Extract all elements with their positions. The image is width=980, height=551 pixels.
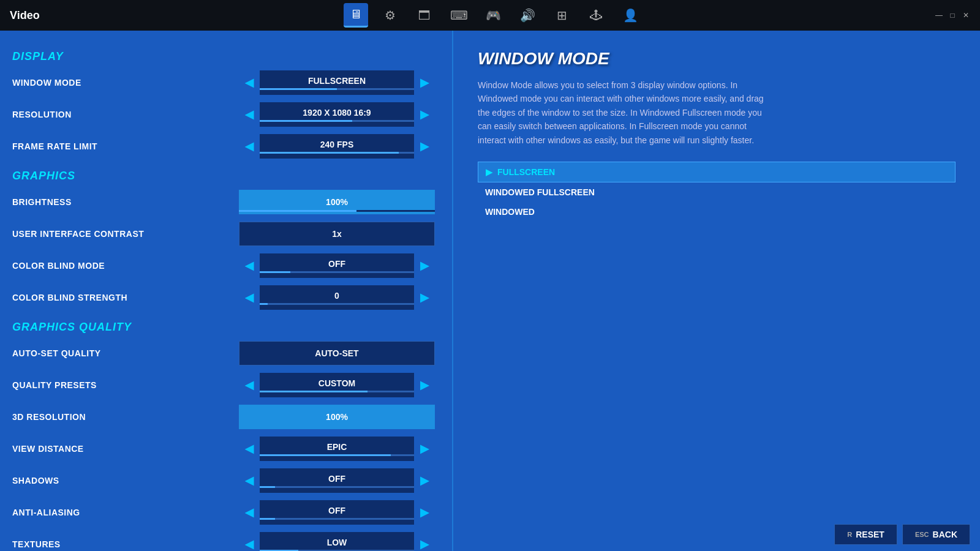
option-windowed-fullscreen-label: WINDOWED FULLSCREEN [485,187,595,197]
brightness-row: BRIGHTNESS 100% [12,189,440,216]
shadows-value: OFF [260,468,414,493]
window-mode-row: WINDOW MODE ◀ FULLSCREEN ▶ [12,69,440,96]
option-windowed-fullscreen[interactable]: WINDOWED FULLSCREEN [478,182,956,202]
anti-aliasing-row: ANTI-ALIASING ◀ OFF ▶ [12,499,440,526]
back-key: ESC [915,531,929,538]
resolution-value: 1920 X 1080 16:9 [260,102,414,127]
option-fullscreen-arrow: ▶ [486,167,492,177]
reset-button[interactable]: R RESET [834,524,897,545]
option-windowed[interactable]: WINDOWED [478,202,956,222]
resolution-arrows: ◀ 1920 X 1080 16:9 ▶ [239,102,435,127]
resolution-label: RESOLUTION [12,110,239,119]
color-blind-strength-control: ◀ 0 ▶ [239,285,440,310]
nav-icons: 🖥 ⚙ 🗖 ⌨ 🎮 🔊 ⊞ 🕹 👤 [64,3,922,28]
nav-gear[interactable]: ⚙ [378,3,402,28]
main-content: DISPLAY WINDOW MODE ◀ FULLSCREEN ▶ RESOL… [0,31,980,551]
window-mode-next[interactable]: ▶ [414,72,435,93]
nav-network[interactable]: ⊞ [549,3,574,28]
maximize-button[interactable]: □ [948,11,957,20]
window-controls: — □ ✕ [935,11,970,20]
window-mode-options: ▶ FULLSCREEN WINDOWED FULLSCREEN WINDOWE… [478,162,956,222]
brightness-control: 100% [239,190,440,214]
resolution-next[interactable]: ▶ [414,104,435,125]
option-fullscreen[interactable]: ▶ FULLSCREEN [478,162,956,182]
view-distance-row: VIEW DISTANCE ◀ EPIC ▶ [12,435,440,462]
view-distance-arrows: ◀ EPIC ▶ [239,437,435,461]
view-distance-next[interactable]: ▶ [414,438,435,459]
anti-aliasing-control: ◀ OFF ▶ [239,500,440,525]
color-blind-strength-label: COLOR BLIND STRENGTH [12,293,239,302]
reset-label: RESET [856,530,884,539]
auto-set-quality-control: AUTO-SET [239,341,440,365]
view-distance-prev[interactable]: ◀ [239,438,260,459]
right-panel: WINDOW MODE Window Mode allows you to se… [453,31,980,551]
frame-rate-row: FRAME RATE LIMIT ◀ 240 FPS ▶ [12,133,440,160]
back-button[interactable]: ESC BACK [902,524,970,545]
ui-contrast-label: USER INTERFACE CONTRAST [12,229,239,239]
frame-rate-next[interactable]: ▶ [414,136,435,157]
close-button[interactable]: ✕ [962,11,970,20]
brightness-label: BRIGHTNESS [12,197,239,207]
frame-rate-prev[interactable]: ◀ [239,136,260,157]
anti-aliasing-value: OFF [260,500,414,525]
color-blind-strength-next[interactable]: ▶ [414,287,435,308]
frame-rate-value: 240 FPS [260,134,414,159]
nav-controller[interactable]: 🕹 [584,3,608,28]
quality-presets-prev[interactable]: ◀ [239,375,260,395]
textures-value: LOW [260,532,414,551]
left-panel: DISPLAY WINDOW MODE ◀ FULLSCREEN ▶ RESOL… [0,31,453,551]
shadows-label: SHADOWS [12,476,239,485]
nav-monitor[interactable]: 🖥 [344,3,368,28]
color-blind-mode-next[interactable]: ▶ [414,255,435,276]
resolution-prev[interactable]: ◀ [239,104,260,125]
nav-display[interactable]: 🗖 [412,3,437,28]
frame-rate-label: FRAME RATE LIMIT [12,141,239,151]
display-section-header: DISPLAY [12,50,440,63]
3d-resolution-row: 3D RESOLUTION 100% [12,403,440,430]
3d-resolution-value[interactable]: 100% [239,405,435,429]
textures-label: TEXTURES [12,539,239,549]
nav-audio[interactable]: 🔊 [515,3,540,28]
right-panel-description: Window Mode allows you to select from 3 … [478,78,772,147]
color-blind-mode-control: ◀ OFF ▶ [239,253,440,278]
frame-rate-arrows: ◀ 240 FPS ▶ [239,134,435,159]
color-blind-strength-arrows: ◀ 0 ▶ [239,285,435,310]
option-windowed-label: WINDOWED [485,207,535,217]
option-fullscreen-label: FULLSCREEN [497,167,555,177]
quality-presets-control: ◀ CUSTOM ▶ [239,373,440,397]
color-blind-mode-prev[interactable]: ◀ [239,255,260,276]
textures-control: ◀ LOW ▶ [239,532,440,551]
ui-contrast-value: 1x [239,222,435,246]
color-blind-strength-row: COLOR BLIND STRENGTH ◀ 0 ▶ [12,284,440,311]
nav-gamepad[interactable]: 🎮 [481,3,505,28]
bottom-bar: R RESET ESC BACK [824,518,980,551]
shadows-control: ◀ OFF ▶ [239,468,440,493]
anti-aliasing-prev[interactable]: ◀ [239,502,260,523]
anti-aliasing-next[interactable]: ▶ [414,502,435,523]
textures-next[interactable]: ▶ [414,534,435,551]
anti-aliasing-arrows: ◀ OFF ▶ [239,500,435,525]
window-mode-prev[interactable]: ◀ [239,72,260,93]
window-mode-value: FULLSCREEN [260,70,414,95]
right-panel-title: WINDOW MODE [478,49,956,69]
title-bar: Video 🖥 ⚙ 🗖 ⌨ 🎮 🔊 ⊞ 🕹 👤 — □ ✕ [0,0,980,31]
nav-keyboard[interactable]: ⌨ [447,3,471,28]
shadows-arrows: ◀ OFF ▶ [239,468,435,493]
color-blind-mode-label: COLOR BLIND MODE [12,261,239,271]
nav-account[interactable]: 👤 [618,3,643,28]
quality-presets-next[interactable]: ▶ [414,375,435,395]
textures-arrows: ◀ LOW ▶ [239,532,435,551]
shadows-row: SHADOWS ◀ OFF ▶ [12,467,440,494]
minimize-button[interactable]: — [935,11,943,20]
anti-aliasing-label: ANTI-ALIASING [12,508,239,517]
shadows-prev[interactable]: ◀ [239,470,260,491]
textures-prev[interactable]: ◀ [239,534,260,551]
back-label: BACK [933,530,957,539]
ui-contrast-control: 1x [239,222,440,246]
brightness-value[interactable]: 100% [239,190,435,214]
window-mode-arrows: ◀ FULLSCREEN ▶ [239,70,435,95]
color-blind-strength-value: 0 [260,285,414,310]
shadows-next[interactable]: ▶ [414,470,435,491]
color-blind-strength-prev[interactable]: ◀ [239,287,260,308]
quality-presets-value: CUSTOM [260,373,414,397]
